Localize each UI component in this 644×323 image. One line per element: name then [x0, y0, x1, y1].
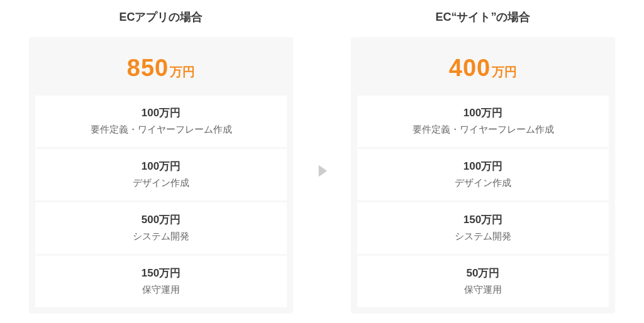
left-item-2-label: システム開発 — [35, 231, 287, 243]
right-column: EC“サイト”の場合 400万円 100万円 要件定義・ワイヤーフレーム作成 1… — [351, 9, 615, 314]
right-total-unit: 万円 — [492, 65, 517, 79]
right-item-2: 150万円 システム開発 — [357, 202, 609, 254]
left-item-3-price: 150万円 — [35, 266, 287, 280]
left-item-2-price: 500万円 — [35, 212, 287, 227]
left-total: 850万円 — [35, 43, 287, 96]
arrow-icon — [312, 161, 332, 181]
right-item-0: 100万円 要件定義・ワイヤーフレーム作成 — [357, 96, 609, 147]
right-item-2-label: システム開発 — [357, 231, 609, 243]
left-item-1-label: デザイン作成 — [35, 177, 287, 189]
right-item-0-price: 100万円 — [357, 106, 609, 120]
right-item-1-label: デザイン作成 — [357, 177, 609, 189]
right-title: EC“サイト”の場合 — [435, 9, 530, 25]
left-item-1: 100万円 デザイン作成 — [35, 149, 287, 200]
right-total-number: 400 — [449, 55, 491, 81]
right-card: 400万円 100万円 要件定義・ワイヤーフレーム作成 100万円 デザイン作成… — [351, 37, 615, 314]
left-item-0-label: 要件定義・ワイヤーフレーム作成 — [35, 124, 287, 136]
right-item-0-label: 要件定義・ワイヤーフレーム作成 — [357, 124, 609, 136]
left-card: 850万円 100万円 要件定義・ワイヤーフレーム作成 100万円 デザイン作成… — [29, 37, 293, 314]
right-item-1-price: 100万円 — [357, 159, 609, 173]
left-item-2: 500万円 システム開発 — [35, 202, 287, 254]
left-title: ECアプリの場合 — [119, 9, 203, 25]
left-item-1-price: 100万円 — [35, 159, 287, 173]
left-total-unit: 万円 — [170, 65, 195, 79]
right-item-2-price: 150万円 — [357, 212, 609, 227]
right-item-1: 100万円 デザイン作成 — [357, 149, 609, 200]
left-item-3: 150万円 保守運用 — [35, 256, 287, 307]
right-item-3: 50万円 保守運用 — [357, 256, 609, 307]
left-total-number: 850 — [127, 55, 169, 81]
right-item-3-price: 50万円 — [357, 266, 609, 280]
left-item-0-price: 100万円 — [35, 106, 287, 120]
left-item-0: 100万円 要件定義・ワイヤーフレーム作成 — [35, 96, 287, 147]
right-item-3-label: 保守運用 — [357, 284, 609, 296]
left-item-3-label: 保守運用 — [35, 284, 287, 296]
right-total: 400万円 — [357, 43, 609, 96]
left-column: ECアプリの場合 850万円 100万円 要件定義・ワイヤーフレーム作成 100… — [29, 9, 293, 314]
